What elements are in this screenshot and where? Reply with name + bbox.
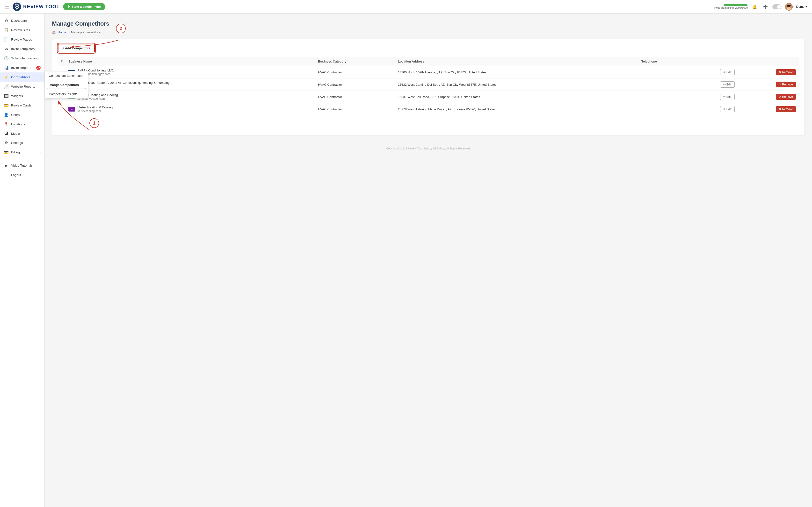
avatar[interactable] [785,3,793,11]
action-edit-cell: ✏ Edit [688,66,739,78]
edit-button[interactable]: ✏ Edit [720,106,735,112]
hamburger-icon[interactable]: ☰ [5,4,9,10]
table-header: # Business Name Business Category Locati… [58,57,799,66]
sidebar-item-dashboard[interactable]: ⊙ Dashboard [0,16,45,25]
business-name-cell: VR Vertex Heating & Cooling vertexcoolin… [65,103,315,115]
table-row: 2 AR ARS/Rescue Rooter Arizona Air Condi… [58,78,799,91]
dropdown-item-benchmark[interactable]: Competitors Benchmark [45,71,88,80]
remove-button[interactable]: ✕ Remove [776,94,796,100]
action-remove-cell: ✕ Remove [739,78,799,91]
sidebar-item-review-sites[interactable]: 📋 Review Sites › [0,25,45,35]
sidebar-item-locations-label: Locations [11,122,25,126]
table-body: 1 BE Bell Air Conditioning, LLC. bellair… [58,66,799,115]
edit-button[interactable]: ✏ Edit [720,69,735,75]
action-remove-cell: ✕ Remove [739,103,799,115]
business-name: Vertex Heating & Cooling [78,106,113,109]
sidebar-item-invite-reports[interactable]: 📊 Invite Reports 19 [0,63,45,72]
location-address: 23278 West Ashleigh Marie Drive, , AZ, B… [395,103,639,115]
notification-icon[interactable]: 🔔 [751,3,758,10]
sidebar-item-competitors[interactable]: ⚡ Competitors › [0,72,45,82]
table-row: 4 VR Vertex Heating & Cooling vertexcool… [58,103,799,115]
sidebar-item-billing-label: Billing [11,151,20,154]
media-icon: 🖼 [4,131,9,136]
scheduled-invites-icon: 🕐 [4,56,9,61]
col-telephone: Telephone [639,57,688,66]
business-name-wrap: Vertex Heating & Cooling vertexcooling.c… [78,106,113,113]
dropdown-item-mange-competitors[interactable]: Mange Competitors [47,81,86,89]
sidebar-item-scheduled-invites[interactable]: 🕐 Scheduled Invites › [0,54,45,63]
invite-progress-fill [723,4,748,6]
send-invite-button[interactable]: ✈ Send a single invite [63,3,105,10]
add-icon[interactable]: ➕ [762,3,769,10]
table-row: 1 BE Bell Air Conditioning, LLC. bellair… [58,66,799,78]
telephone [639,78,688,91]
toggle-knob [777,5,781,9]
add-competitors-button[interactable]: + Add Competitors [58,44,95,52]
chevron-icon: › [40,57,41,60]
send-invite-label: Send a single invite [71,5,101,8]
sidebar-item-review-cards[interactable]: 💳 Review Cards [0,101,45,110]
chevron-icon: › [40,151,41,154]
reports-badge: 19 [36,66,41,70]
main-content: Manage Competitors 🏠 Home › Manage Compe… [45,13,812,507]
toggle-switch[interactable] [772,4,781,9]
sidebar-item-logout[interactable]: → Logout [0,170,45,179]
sidebar-item-website-reports[interactable]: 📈 Website Reports [0,82,45,91]
sidebar-item-scheduled-invites-label: Scheduled Invites [11,56,37,60]
business-name-cell: CE Certifed Heating and Cooling certifie… [65,91,315,103]
telephone [639,91,688,103]
sidebar-item-video-tutorials[interactable]: ▶ Video Tutorials [0,161,45,170]
chevron-down-icon: ▾ [806,5,807,8]
business-category: HVAC Contractor [315,91,395,103]
competitors-dropdown: Competitors Benchmark Mange Competitors … [45,71,88,99]
sidebar-item-widgets-label: Widgets [11,94,23,98]
chevron-icon: › [40,113,41,116]
sidebar-item-invite-templates[interactable]: ✉ Invite Templates › [0,44,45,54]
sidebar-item-video-tutorials-label: Video Tutorials [11,164,33,167]
telephone [639,103,688,115]
dropdown-item-insights[interactable]: Competitors Insights [45,90,88,98]
demo-label-text: Demo [796,5,805,8]
sidebar-item-invite-templates-label: Invite Templates [11,47,35,51]
annotation-circle-2: 2 [116,24,126,33]
sidebar-item-settings-label: Settings [11,141,23,145]
action-remove-cell: ✕ Remove [739,91,799,103]
locations-icon: 📍 [4,122,9,126]
edit-button[interactable]: ✏ Edit [720,81,735,88]
sidebar-item-widgets[interactable]: 🔲 Widgets › [0,91,45,101]
location-address: 15331 West Bell Road, , AZ, Surprise 853… [395,91,639,103]
sidebar-item-review-pages[interactable]: 📄 Review Pages › [0,35,45,44]
sidebar-item-logout-label: Logout [11,173,21,177]
edit-button[interactable]: ✏ Edit [720,94,735,100]
review-sites-icon: 📋 [4,28,9,32]
page-layout: ⊙ Dashboard 📋 Review Sites › 📄 Review Pa… [0,13,812,507]
sidebar-item-billing[interactable]: 💳 Billing › [0,148,45,157]
competitors-icon: ⚡ [4,75,9,79]
sidebar-item-locations[interactable]: 📍 Locations [0,119,45,129]
sidebar-item-dashboard-left: ⊙ Dashboard [4,18,27,23]
annotation-circle-1: 1 [89,118,99,128]
remove-button[interactable]: ✕ Remove [776,69,796,75]
business-name: ARS/Rescue Rooter Arizona Air Conditioni… [78,81,170,84]
chevron-icon: › [40,48,41,50]
sidebar-item-competitors-label: Competitors [11,75,31,79]
website-reports-icon: 📈 [4,84,9,89]
col-business-name: Business Name [65,57,315,66]
breadcrumb-home-icon: 🏠 [52,31,56,34]
location-address: 18700 North 107th Avenue, , AZ, Sun City… [395,66,639,78]
sidebar-item-settings[interactable]: ⚙ Settings [0,138,45,148]
remove-button[interactable]: ✕ Remove [776,106,796,112]
action-remove-cell: ✕ Remove [739,66,799,78]
content-card: + Add Competitors # Business Name Busine… [52,39,805,135]
breadcrumb-home-link[interactable]: Home [58,31,66,34]
demo-dropdown[interactable]: Demo ▾ [796,5,807,8]
breadcrumb-separator: › [68,31,69,34]
logo[interactable]: REVIEW TOOL [12,2,60,11]
sidebar-item-invite-reports-label: Invite Reports [11,66,31,69]
sidebar-item-media[interactable]: 🖼 Media [0,129,45,138]
sidebar-item-users[interactable]: 👤 Users › [0,110,45,119]
remove-button[interactable]: ✕ Remove [776,81,796,88]
invite-templates-icon: ✉ [4,47,9,51]
svg-rect-3 [16,8,17,10]
sidebar-item-media-label: Media [11,132,20,135]
